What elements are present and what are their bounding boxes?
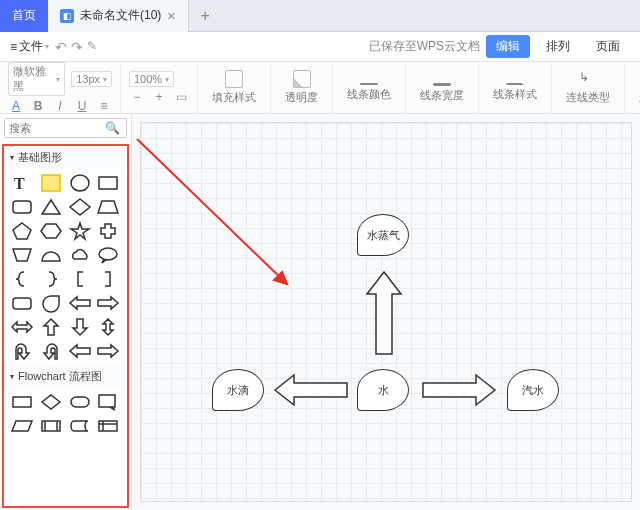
arrow-u-shape[interactable] bbox=[39, 317, 63, 337]
mode-edit[interactable]: 编辑 bbox=[486, 35, 530, 58]
file-menu[interactable]: ≡ 文件 ▾ bbox=[10, 38, 49, 55]
size-select[interactable]: 13px▾ bbox=[71, 71, 112, 87]
arrow-up[interactable] bbox=[364, 269, 404, 362]
arrow-lr-shape[interactable] bbox=[10, 317, 34, 337]
arrow-r-shape[interactable] bbox=[96, 293, 120, 313]
bold-icon[interactable]: B bbox=[30, 99, 46, 113]
arrow-left[interactable] bbox=[272, 372, 350, 411]
bracket-left-shape[interactable] bbox=[68, 269, 92, 289]
arrow-outline-r[interactable] bbox=[96, 341, 120, 361]
semicircle-shape[interactable] bbox=[39, 245, 63, 265]
font-select[interactable]: 微软雅黑▾ bbox=[8, 62, 65, 96]
uturn-r-shape[interactable] bbox=[39, 341, 63, 361]
data-shape[interactable] bbox=[10, 416, 34, 436]
brace-right-shape[interactable] bbox=[39, 269, 63, 289]
svg-line-16 bbox=[137, 139, 287, 284]
tab-home[interactable]: 首页 bbox=[0, 0, 48, 32]
start-point-button[interactable]: ◦—起点 bbox=[633, 70, 640, 105]
mode-arrange[interactable]: 排列 bbox=[536, 35, 580, 58]
note-shape[interactable] bbox=[39, 173, 63, 193]
format-toolbar: 微软雅黑▾ 13px▾ A B I U ≡ 100%▾ −+▭ 填充样式 透明度… bbox=[0, 62, 640, 114]
brace-left-shape[interactable] bbox=[10, 269, 34, 289]
zoom-select[interactable]: 100%▾ bbox=[129, 71, 174, 87]
triangle-shape[interactable] bbox=[39, 197, 63, 217]
basic-shapes-grid: T bbox=[4, 169, 127, 365]
svg-rect-7 bbox=[13, 397, 31, 407]
align-icon[interactable]: ≡ bbox=[96, 99, 112, 113]
roundrect-shape[interactable] bbox=[10, 197, 34, 217]
decision-shape[interactable] bbox=[39, 392, 63, 412]
menu-bar: ≡ 文件 ▾ ↶ ↷ ✎ 已保存至WPS云文档 编辑 排列 页面 bbox=[0, 32, 640, 62]
uturn-l-shape[interactable] bbox=[10, 341, 34, 361]
zoom-out-icon[interactable]: − bbox=[129, 90, 145, 104]
brush-icon[interactable]: ✎ bbox=[87, 39, 97, 55]
tab-bar: 首页 ◧ 未命名文件(10) × + bbox=[0, 0, 640, 32]
mode-page[interactable]: 页面 bbox=[586, 35, 630, 58]
terminator-shape[interactable] bbox=[68, 392, 92, 412]
circle-shape[interactable] bbox=[68, 173, 92, 193]
internal-storage-shape[interactable] bbox=[96, 416, 120, 436]
tab-file[interactable]: ◧ 未命名文件(10) × bbox=[48, 0, 189, 32]
line-width-button[interactable]: 线条宽度 bbox=[414, 73, 470, 103]
new-tab-button[interactable]: + bbox=[189, 0, 222, 32]
zoom-fit-icon[interactable]: ▭ bbox=[173, 90, 189, 104]
fill-style-button[interactable]: 填充样式 bbox=[206, 70, 262, 105]
svg-rect-6 bbox=[13, 298, 31, 309]
search-input[interactable] bbox=[5, 119, 99, 137]
cross-shape[interactable] bbox=[96, 221, 120, 241]
svg-rect-13 bbox=[99, 421, 117, 431]
trapezoid-shape[interactable] bbox=[96, 197, 120, 217]
arrow-d-shape[interactable] bbox=[68, 317, 92, 337]
svg-rect-8 bbox=[71, 397, 89, 407]
arrow-ud-shape[interactable] bbox=[96, 317, 120, 337]
line-style-button[interactable]: 线条样式 bbox=[487, 73, 543, 102]
line-color-button[interactable]: 线条颜色 bbox=[341, 73, 397, 102]
svg-text:T: T bbox=[14, 175, 25, 192]
underline-icon[interactable]: U bbox=[74, 99, 90, 113]
canvas[interactable]: 水蒸气 水滴 水 汽水 bbox=[132, 114, 640, 510]
node-soda[interactable]: 汽水 bbox=[507, 369, 559, 411]
annotation-shape[interactable] bbox=[96, 392, 120, 412]
font-color-icon[interactable]: A bbox=[8, 99, 24, 113]
main-area: 🔍 ▾基础图形 T bbox=[0, 114, 640, 510]
flowchart-grid bbox=[4, 388, 127, 440]
undo-icon[interactable]: ↶ bbox=[55, 39, 67, 55]
bubble-shape[interactable] bbox=[96, 245, 120, 265]
rect-shape[interactable] bbox=[96, 173, 120, 193]
arrow-outline-l[interactable] bbox=[68, 341, 92, 361]
opacity-button[interactable]: 透明度 bbox=[279, 70, 324, 105]
shape-search: 🔍 bbox=[4, 118, 127, 138]
trap2-shape[interactable] bbox=[10, 245, 34, 265]
connector-type-button[interactable]: ↳连线类型 bbox=[560, 70, 616, 105]
section-flowchart[interactable]: ▾Flowchart 流程图 bbox=[4, 365, 127, 388]
process-shape[interactable] bbox=[10, 392, 34, 412]
node-drop[interactable]: 水滴 bbox=[212, 369, 264, 411]
arrow-l-shape[interactable] bbox=[68, 293, 92, 313]
undo-redo: ↶ ↷ ✎ bbox=[55, 39, 97, 55]
section-basic-shapes[interactable]: ▾基础图形 bbox=[4, 146, 127, 169]
shape-panel: ▾基础图形 T bbox=[2, 144, 129, 508]
node-steam[interactable]: 水蒸气 bbox=[357, 214, 409, 256]
close-icon[interactable]: × bbox=[167, 8, 175, 24]
search-icon[interactable]: 🔍 bbox=[99, 119, 126, 137]
pentagon-shape[interactable] bbox=[10, 221, 34, 241]
arrow-right[interactable] bbox=[420, 372, 498, 411]
stored-data-shape[interactable] bbox=[68, 416, 92, 436]
zoom-in-icon[interactable]: + bbox=[151, 90, 167, 104]
text-format: A B I U ≡ bbox=[8, 99, 112, 113]
redo-icon[interactable]: ↷ bbox=[71, 39, 83, 55]
cloud-shape[interactable] bbox=[68, 245, 92, 265]
text-shape[interactable]: T bbox=[10, 173, 34, 193]
predefined-shape[interactable] bbox=[39, 416, 63, 436]
italic-icon[interactable]: I bbox=[52, 99, 68, 113]
svg-rect-1 bbox=[42, 175, 60, 191]
node-water[interactable]: 水 bbox=[357, 369, 409, 411]
diamond-shape[interactable] bbox=[68, 197, 92, 217]
svg-rect-4 bbox=[13, 201, 31, 213]
bracket-right-shape[interactable] bbox=[96, 269, 120, 289]
tab-shape[interactable] bbox=[10, 293, 34, 313]
star-shape[interactable] bbox=[68, 221, 92, 241]
teardrop-shape[interactable] bbox=[39, 293, 63, 313]
svg-rect-3 bbox=[99, 177, 117, 189]
hexagon-shape[interactable] bbox=[39, 221, 63, 241]
